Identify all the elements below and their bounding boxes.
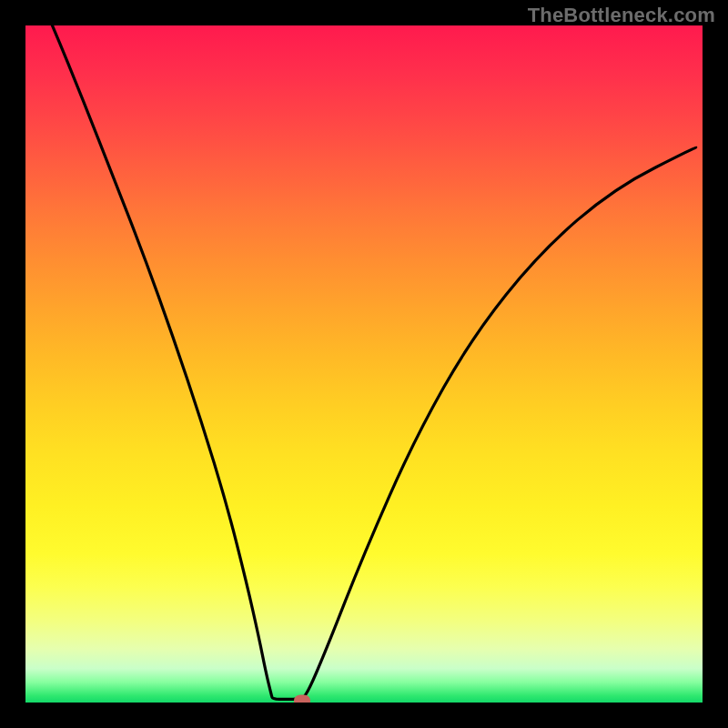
curve-path (25, 25, 696, 699)
plot-area (25, 25, 703, 703)
chart-frame: TheBottleneck.com (0, 0, 728, 728)
minimum-marker (294, 694, 310, 703)
bottleneck-curve (25, 25, 703, 703)
watermark-text: TheBottleneck.com (528, 4, 715, 27)
